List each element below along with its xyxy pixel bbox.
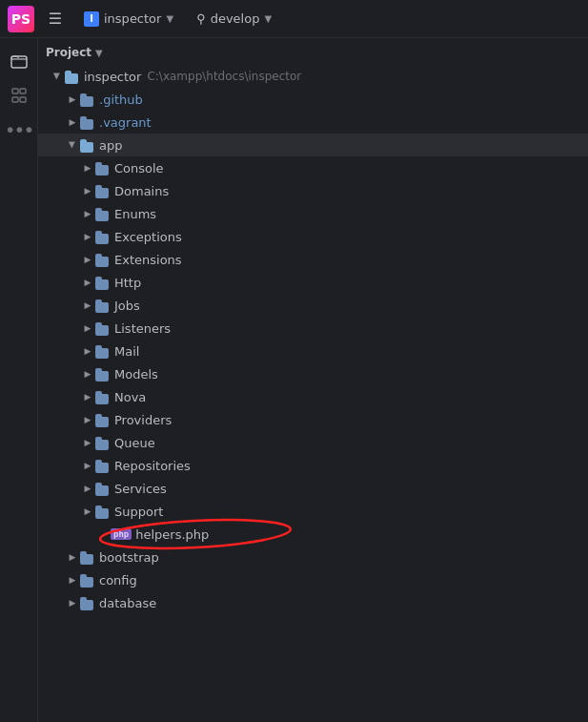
app-expand-icon[interactable]: ▶ bbox=[65, 137, 80, 153]
tree-item-http[interactable]: ▶ Http bbox=[38, 271, 588, 294]
tree-item-repositories[interactable]: ▶ Repositories bbox=[38, 454, 588, 477]
branch-selector[interactable]: ⚲ develop ▼ bbox=[189, 9, 279, 29]
svg-rect-1 bbox=[12, 89, 18, 93]
support-folder-icon bbox=[95, 504, 111, 519]
repositories-expand-icon[interactable]: ▶ bbox=[80, 458, 95, 473]
support-label: Support bbox=[114, 505, 163, 519]
vagrant-folder-icon bbox=[80, 114, 95, 130]
project-header-label: Project bbox=[46, 46, 91, 59]
tree-item-queue[interactable]: ▶ Queue bbox=[38, 431, 588, 454]
svg-rect-2 bbox=[20, 89, 26, 93]
tree-item-models[interactable]: ▶ Models bbox=[38, 362, 588, 385]
exceptions-label: Exceptions bbox=[114, 230, 182, 244]
services-label: Services bbox=[114, 482, 167, 496]
nova-folder-icon bbox=[95, 389, 111, 404]
database-label: database bbox=[99, 596, 156, 610]
jobs-expand-icon[interactable]: ▶ bbox=[80, 298, 95, 313]
app-folder-icon bbox=[80, 137, 95, 153]
tree-item-app[interactable]: ▶ app bbox=[38, 134, 588, 156]
tree-item-mail[interactable]: ▶ Mail bbox=[38, 340, 588, 362]
nova-label: Nova bbox=[114, 390, 146, 404]
tree-item-support[interactable]: ▶ Support bbox=[38, 500, 588, 523]
nova-expand-icon[interactable]: ▶ bbox=[80, 389, 95, 404]
vagrant-expand-icon[interactable]: ▶ bbox=[65, 114, 80, 130]
jobs-folder-icon bbox=[95, 298, 111, 313]
database-expand-icon[interactable]: ▶ bbox=[65, 595, 80, 610]
tree-item-nova[interactable]: ▶ Nova bbox=[38, 385, 588, 408]
database-folder-icon bbox=[80, 595, 95, 610]
listeners-expand-icon[interactable]: ▶ bbox=[80, 320, 95, 336]
bootstrap-expand-icon[interactable]: ▶ bbox=[65, 549, 80, 565]
models-expand-icon[interactable]: ▶ bbox=[80, 366, 95, 382]
queue-expand-icon[interactable]: ▶ bbox=[80, 435, 95, 450]
tree-item-domains[interactable]: ▶ Domains bbox=[38, 179, 588, 202]
titlebar: PS ☰ I inspector ▼ ⚲ develop ▼ bbox=[0, 0, 588, 38]
extensions-label: Extensions bbox=[114, 253, 182, 267]
enums-expand-icon[interactable]: ▶ bbox=[80, 206, 95, 221]
tree-item-exceptions[interactable]: ▶ Exceptions bbox=[38, 225, 588, 248]
tree-item-vagrant[interactable]: ▶ .vagrant bbox=[38, 111, 588, 134]
icon-rail: ••• bbox=[0, 38, 38, 722]
tree-item-console[interactable]: ▶ Console bbox=[38, 156, 588, 179]
http-expand-icon[interactable]: ▶ bbox=[80, 275, 95, 290]
exceptions-expand-icon[interactable]: ▶ bbox=[80, 229, 95, 244]
http-folder-icon bbox=[95, 275, 111, 290]
tree-item-services[interactable]: ▶ Services bbox=[38, 477, 588, 500]
tree-item-providers[interactable]: ▶ Providers bbox=[38, 408, 588, 431]
menu-button[interactable]: ☰ bbox=[42, 6, 69, 32]
github-folder-icon bbox=[80, 92, 95, 107]
domains-expand-icon[interactable]: ▶ bbox=[80, 183, 95, 198]
mail-label: Mail bbox=[114, 344, 139, 359]
providers-expand-icon[interactable]: ▶ bbox=[80, 412, 95, 427]
svg-rect-3 bbox=[12, 97, 18, 102]
root-folder-icon bbox=[65, 69, 80, 84]
queue-folder-icon bbox=[95, 435, 111, 450]
project-sidebar: Project ▼ ▶ inspector C:\xampp\htdocs\in… bbox=[38, 38, 588, 722]
tree-item-jobs[interactable]: ▶ Jobs bbox=[38, 294, 588, 317]
vagrant-label: .vagrant bbox=[99, 115, 152, 130]
tree-item-database[interactable]: ▶ database bbox=[38, 591, 588, 614]
project-panel-header[interactable]: Project ▼ bbox=[38, 38, 588, 65]
tree-item-bootstrap[interactable]: ▶ bootstrap bbox=[38, 546, 588, 568]
tree-item-extensions[interactable]: ▶ Extensions bbox=[38, 248, 588, 271]
mail-expand-icon[interactable]: ▶ bbox=[80, 343, 95, 359]
support-expand-icon[interactable]: ▶ bbox=[80, 504, 95, 519]
branch-name: develop bbox=[211, 11, 260, 26]
tree-item-config[interactable]: ▶ config bbox=[38, 568, 588, 591]
app-logo: PS bbox=[8, 6, 34, 32]
services-expand-icon[interactable]: ▶ bbox=[80, 481, 95, 496]
branch-icon: ⚲ bbox=[196, 11, 206, 26]
project-header-chevron-icon: ▼ bbox=[95, 48, 103, 58]
github-label: .github bbox=[99, 93, 143, 107]
listeners-folder-icon bbox=[95, 320, 111, 336]
extensions-expand-icon[interactable]: ▶ bbox=[80, 252, 95, 267]
bootstrap-label: bootstrap bbox=[99, 550, 159, 565]
http-label: Http bbox=[114, 276, 141, 290]
repositories-folder-icon bbox=[95, 458, 111, 473]
project-selector[interactable]: I inspector ▼ bbox=[76, 9, 181, 30]
config-expand-icon[interactable]: ▶ bbox=[65, 572, 80, 588]
tree-item-github[interactable]: ▶ .github bbox=[38, 88, 588, 111]
tree-root[interactable]: ▶ inspector C:\xampp\htdocs\inspector bbox=[38, 65, 588, 88]
mail-folder-icon bbox=[95, 343, 111, 359]
php-badge: php bbox=[111, 528, 132, 540]
more-rail-icon[interactable]: ••• bbox=[4, 114, 34, 145]
domains-label: Domains bbox=[114, 184, 169, 198]
branch-chevron-icon: ▼ bbox=[264, 13, 272, 24]
root-expand-icon[interactable]: ▶ bbox=[50, 69, 65, 84]
tree-item-enums[interactable]: ▶ Enums bbox=[38, 202, 588, 225]
tree-item-helpers[interactable]: ▶ php helpers.php bbox=[38, 523, 588, 546]
console-expand-icon[interactable]: ▶ bbox=[80, 160, 95, 175]
tree-item-listeners[interactable]: ▶ Listeners bbox=[38, 317, 588, 340]
file-tree: ▶ inspector C:\xampp\htdocs\inspector ▶ … bbox=[38, 65, 588, 614]
structure-rail-icon[interactable] bbox=[4, 80, 34, 111]
project-name: inspector bbox=[104, 11, 161, 26]
queue-label: Queue bbox=[114, 436, 155, 450]
providers-label: Providers bbox=[114, 413, 172, 427]
project-chevron-icon: ▼ bbox=[166, 13, 173, 24]
exceptions-folder-icon bbox=[95, 229, 111, 244]
folder-rail-icon[interactable] bbox=[4, 46, 34, 76]
main-layout: ••• Project ▼ ▶ inspector C:\xampp\htdoc… bbox=[0, 38, 588, 722]
app-label: app bbox=[99, 138, 122, 153]
github-expand-icon[interactable]: ▶ bbox=[65, 92, 80, 107]
